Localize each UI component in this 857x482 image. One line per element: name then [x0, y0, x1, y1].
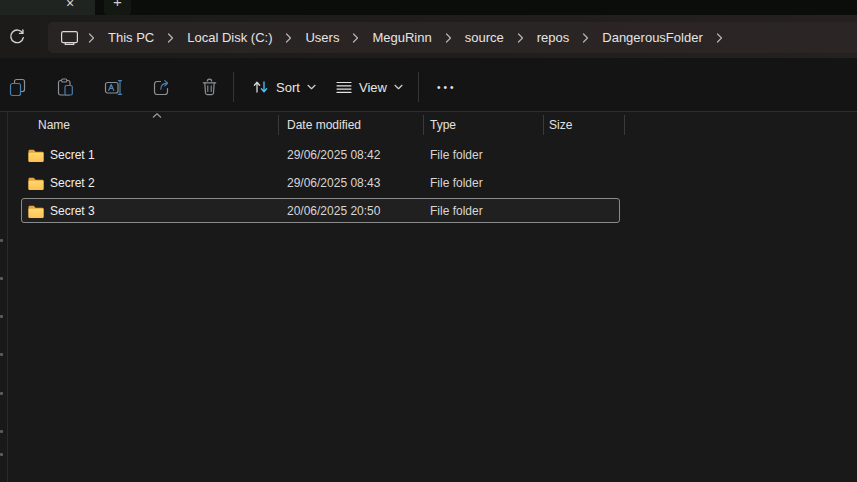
file-name: Secret 1 [50, 148, 95, 162]
breadcrumb-chevron-icon[interactable] [445, 33, 452, 43]
file-type: File folder [423, 204, 543, 218]
column-resize-handle[interactable] [278, 115, 279, 135]
folder-icon [28, 149, 44, 162]
column-header-row: Name Date modified Type Size [10, 112, 624, 138]
nav-pane-edge-dot [0, 430, 3, 433]
nav-pane-edge-dot [0, 277, 3, 280]
breadcrumb-dangerousfolder[interactable]: DangerousFolder [592, 30, 712, 45]
column-header-type[interactable]: Type [423, 118, 543, 132]
copy-icon [8, 78, 27, 97]
command-toolbar: Sort View ••• [0, 58, 857, 112]
folder-icon [28, 205, 44, 218]
refresh-icon [8, 28, 28, 46]
breadcrumb-users[interactable]: Users [295, 30, 349, 45]
see-more-icon: ••• [437, 82, 457, 93]
file-name: Secret 3 [50, 204, 95, 218]
file-date-modified: 29/06/2025 08:43 [278, 176, 423, 190]
breadcrumb-chevron-icon[interactable] [167, 33, 174, 43]
refresh-button[interactable] [8, 27, 28, 47]
toolbar-separator [418, 72, 419, 102]
breadcrumb-chevron-icon[interactable] [716, 33, 723, 43]
view-icon [336, 81, 352, 94]
column-resize-handle[interactable] [624, 115, 625, 135]
sort-label: Sort [276, 80, 300, 95]
file-list-pane: Name Date modified Type Size Secret 1 29… [0, 112, 857, 482]
new-tab-button[interactable]: + [104, 0, 131, 15]
file-row-secret-1[interactable]: Secret 1 29/06/2025 08:42 File folder [10, 141, 624, 169]
sort-ascending-icon [151, 112, 163, 119]
file-row-secret-3[interactable]: Secret 3 20/06/2025 20:50 File folder [10, 197, 624, 225]
file-type: File folder [423, 176, 543, 190]
breadcrumb-local-disk-c[interactable]: Local Disk (C:) [177, 30, 282, 45]
file-explorer-window: × + This PC Local Di [0, 0, 857, 482]
paste-icon [56, 78, 75, 97]
file-name: Secret 2 [50, 176, 95, 190]
navigation-pane-divider[interactable] [7, 112, 8, 482]
nav-pane-edge-dot [0, 453, 3, 456]
tab-close-icon[interactable]: × [62, 0, 78, 13]
chevron-down-icon [307, 84, 316, 90]
sort-icon [252, 79, 269, 95]
nav-pane-edge-dot [0, 315, 3, 318]
copy-button[interactable] [5, 75, 29, 99]
breadcrumb-source[interactable]: source [455, 30, 514, 45]
tab-strip: × + [0, 0, 857, 15]
file-date-modified: 20/06/2025 20:50 [278, 204, 423, 218]
plus-icon: + [104, 0, 131, 14]
explorer-tab[interactable]: × [0, 0, 95, 15]
chevron-down-icon [394, 84, 403, 90]
address-row: This PC Local Disk (C:) Users MeguRinn s… [0, 15, 857, 58]
delete-button[interactable] [197, 75, 221, 99]
column-header-size[interactable]: Size [543, 118, 624, 132]
column-header-name[interactable]: Name [10, 118, 278, 132]
column-header-date-modified[interactable]: Date modified [278, 118, 423, 132]
see-more-button[interactable]: ••• [431, 72, 463, 102]
address-bar[interactable]: This PC Local Disk (C:) Users MeguRinn s… [48, 22, 857, 53]
breadcrumb-chevron-icon[interactable] [285, 33, 292, 43]
sort-button[interactable]: Sort [248, 72, 320, 102]
breadcrumb-chevron-icon [88, 33, 95, 43]
file-type: File folder [423, 148, 543, 162]
nav-pane-edge-dot [0, 392, 3, 395]
breadcrumb-chevron-icon[interactable] [352, 33, 359, 43]
view-label: View [359, 80, 387, 95]
file-date-modified: 29/06/2025 08:42 [278, 148, 423, 162]
folder-icon [28, 177, 44, 190]
paste-button[interactable] [53, 75, 77, 99]
details-list: Name Date modified Type Size Secret 1 29… [10, 112, 624, 225]
column-resize-handle[interactable] [543, 115, 544, 135]
rename-icon [104, 78, 123, 97]
breadcrumb-repos[interactable]: repos [527, 30, 580, 45]
breadcrumb-megurinn[interactable]: MeguRinn [362, 30, 441, 45]
view-button[interactable]: View [332, 72, 407, 102]
file-row-secret-2[interactable]: Secret 2 29/06/2025 08:43 File folder [10, 169, 624, 197]
column-resize-handle[interactable] [423, 115, 424, 135]
breadcrumb-chevron-icon[interactable] [582, 33, 589, 43]
breadcrumb-chevron-icon[interactable] [517, 33, 524, 43]
share-icon [152, 78, 171, 97]
toolbar-separator [233, 72, 234, 102]
this-pc-icon [60, 30, 79, 46]
rename-button[interactable] [101, 75, 125, 99]
trash-icon [200, 78, 219, 97]
breadcrumb-this-pc[interactable]: This PC [98, 30, 164, 45]
nav-pane-edge-dot [0, 353, 3, 356]
share-button[interactable] [149, 75, 173, 99]
nav-pane-edge-dot [0, 239, 3, 242]
